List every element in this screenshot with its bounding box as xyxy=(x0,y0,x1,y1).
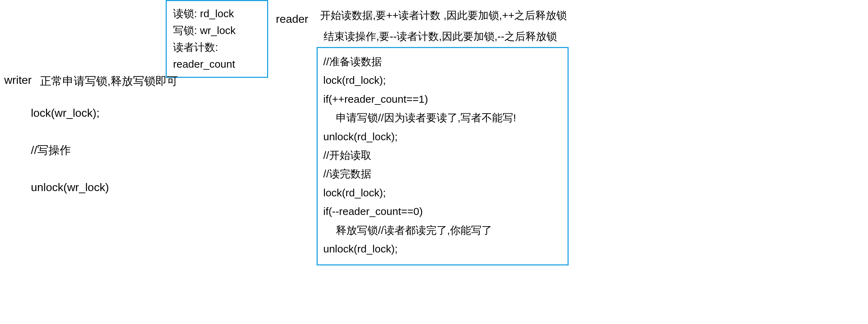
reader-code-line: 释放写锁//读者都读完了,你能写了 xyxy=(323,221,562,239)
reader-code-line: lock(rd_lock); xyxy=(323,71,562,89)
reader-code-line: lock(rd_lock); xyxy=(323,183,562,202)
reader-code-line: //开始读取 xyxy=(323,146,562,164)
writer-code-line: //写操作 xyxy=(31,142,109,158)
writer-code-line: lock(wr_lock); xyxy=(31,104,109,121)
reader-code-line: unlock(rd_lock); xyxy=(323,239,562,258)
writer-code-line: unlock(wr_lock) xyxy=(31,179,109,196)
def-reader-count: 读者计数: reader_count xyxy=(173,39,261,73)
reader-code-line: if(--reader_count==0) xyxy=(323,202,562,221)
reader-label: reader xyxy=(276,13,309,26)
reader-code-line: unlock(rd_lock); xyxy=(323,127,562,146)
reader-code-line: //读完数据 xyxy=(323,164,562,183)
reader-desc-end: 结束读操作,要--读者计数,因此要加锁,--之后释放锁 xyxy=(324,29,557,44)
reader-code-line: 申请写锁//因为读者要读了,写者不能写! xyxy=(323,108,562,127)
writer-code-block: lock(wr_lock); //写操作 unlock(wr_lock) xyxy=(31,104,109,216)
reader-desc-start: 开始读数据,要++读者计数 ,因此要加锁,++之后释放锁 xyxy=(320,8,567,23)
def-read-lock: 读锁: rd_lock xyxy=(173,5,261,22)
writer-desc: 正常申请写锁,释放写锁即可 xyxy=(40,74,178,89)
reader-code-box: //准备读数据 lock(rd_lock); if(++reader_count… xyxy=(317,47,569,265)
def-write-lock: 写锁: wr_lock xyxy=(173,22,261,39)
writer-label: writer xyxy=(4,74,32,87)
reader-code-line: if(++reader_count==1) xyxy=(323,90,562,108)
definitions-box: 读锁: rd_lock 写锁: wr_lock 读者计数: reader_cou… xyxy=(166,0,268,78)
reader-code-line: //准备读数据 xyxy=(323,52,562,71)
